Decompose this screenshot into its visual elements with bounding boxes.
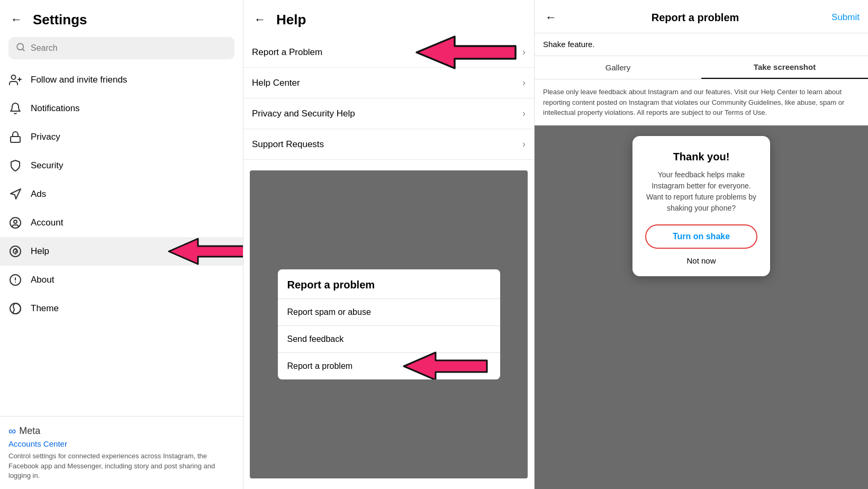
sidebar-item-label: Security [31,160,63,171]
problem-card-item-label: Report a problem [287,361,353,371]
help-header: ← Help [243,0,534,37]
meta-logo: ∞ Meta [8,425,234,437]
help-circle-icon [8,245,22,258]
turn-on-shake-button[interactable]: Turn on shake [645,224,757,249]
pink-arrow-report [412,34,518,70]
chevron-right-icon: › [522,139,526,150]
sidebar-item-label: About [31,275,54,285]
shake-input[interactable] [543,40,860,49]
sidebar-item-label: Notifications [31,103,80,114]
report-description: Please only leave feedback about Instagr… [535,79,868,125]
sidebar-item-label: Follow and invite friends [31,75,127,85]
report-title: Report a problem [652,12,739,24]
help-menu: Report a Problem › Help Center › Privacy… [243,37,534,160]
svg-point-2 [12,75,16,79]
palette-icon [8,302,22,315]
help-menu-item-privacy-security[interactable]: Privacy and Security Help › [243,98,534,129]
meta-icon: ∞ [8,425,16,437]
thankyou-title: Thank you! [645,151,757,163]
problem-card-header: Report a problem [278,269,500,299]
svg-marker-11 [169,239,243,264]
gray-overlay: Thank you! Your feedback helps make Inst… [535,125,868,490]
settings-title: Settings [33,12,87,28]
sidebar-item-label: Ads [31,189,46,200]
tab-gallery[interactable]: Gallery [535,56,701,79]
help-back-button[interactable]: ← [252,11,268,29]
thankyou-dialog: Thank you! Your feedback helps make Inst… [632,136,770,276]
svg-marker-17 [404,352,487,379]
help-menu-item-report-problem[interactable]: Report a Problem › [243,37,534,68]
not-now-button[interactable]: Not now [686,256,716,265]
sidebar-item-label: Help [31,246,49,257]
help-menu-item-help-center[interactable]: Help Center › [243,68,534,98]
thankyou-description: Your feedback helps make Instagram bette… [645,169,757,214]
problem-card-area: Report a problem Report spam or abuse Se… [250,170,528,478]
settings-panel: ← Settings Follow and invite friends [0,0,243,489]
help-panel: ← Help Report a Problem › Help Center › … [243,0,535,489]
pink-arrow-help [166,237,243,266]
problem-card: Report a problem Report spam or abuse Se… [278,269,500,379]
sidebar-item-ads[interactable]: Ads [0,180,243,209]
svg-marker-16 [417,37,516,68]
sidebar-item-notifications[interactable]: Notifications [0,94,243,123]
sidebar-item-follow[interactable]: Follow and invite friends [0,66,243,94]
sidebar-item-privacy[interactable]: Privacy [0,123,243,151]
submit-button[interactable]: Submit [831,12,860,23]
search-icon [16,42,25,54]
report-back-button[interactable]: ← [543,8,559,26]
chevron-right-icon: › [522,108,526,119]
footer-description: Control settings for connected experienc… [8,451,234,481]
sidebar-item-label: Privacy [31,132,60,142]
settings-back-button[interactable]: ← [8,11,24,29]
shake-input-area [535,33,868,56]
chevron-right-icon: › [522,47,526,58]
help-title: Help [276,12,306,28]
meta-label: Meta [19,425,40,437]
problem-card-item-feedback[interactable]: Send feedback [278,326,500,353]
shield-icon [8,159,22,173]
help-menu-label: Privacy and Security Help [252,108,355,119]
search-bar[interactable] [8,37,234,59]
sidebar-item-account[interactable]: Account [0,209,243,237]
settings-header: ← Settings [0,0,243,37]
chevron-right-icon: › [522,77,526,88]
nav-list: Follow and invite friends Notifications … [0,66,243,416]
sidebar-item-help[interactable]: Help [0,237,243,266]
sidebar-item-about[interactable]: About [0,266,243,294]
svg-point-7 [14,220,17,223]
screenshot-tabs: Gallery Take screenshot [535,56,868,79]
search-input[interactable] [31,43,227,53]
problem-card-item-spam[interactable]: Report spam or abuse [278,299,500,326]
help-menu-label: Help Center [252,78,300,88]
sidebar-item-security[interactable]: Security [0,151,243,180]
sidebar-item-label: Account [31,218,63,228]
problem-card-item-label: Send feedback [287,334,344,344]
pink-arrow-card-report [400,350,490,379]
problem-card-item-label: Report spam or abuse [287,307,371,317]
report-header: ← Report a problem Submit [535,0,868,33]
info-circle-icon [8,273,22,287]
sidebar-item-theme[interactable]: Theme [0,294,243,323]
svg-rect-5 [11,137,20,142]
problem-card-item-report[interactable]: Report a problem [278,353,500,379]
settings-footer: ∞ Meta Accounts Center Control settings … [0,416,243,489]
bell-icon [8,102,22,115]
person-plus-icon [8,73,22,87]
help-menu-item-support-requests[interactable]: Support Requests › [243,129,534,160]
sidebar-item-label: Theme [31,303,59,314]
help-menu-label: Support Requests [252,139,324,150]
person-circle-icon [8,216,22,230]
help-menu-label: Report a Problem [252,47,322,58]
tab-take-screenshot[interactable]: Take screenshot [701,56,868,79]
problem-card-title: Report a problem [287,279,375,291]
lock-icon [8,130,22,144]
megaphone-icon [8,187,22,201]
report-panel: ← Report a problem Submit Gallery Take s… [535,0,868,489]
accounts-center-link[interactable]: Accounts Center [8,439,234,448]
svg-line-1 [22,49,24,50]
